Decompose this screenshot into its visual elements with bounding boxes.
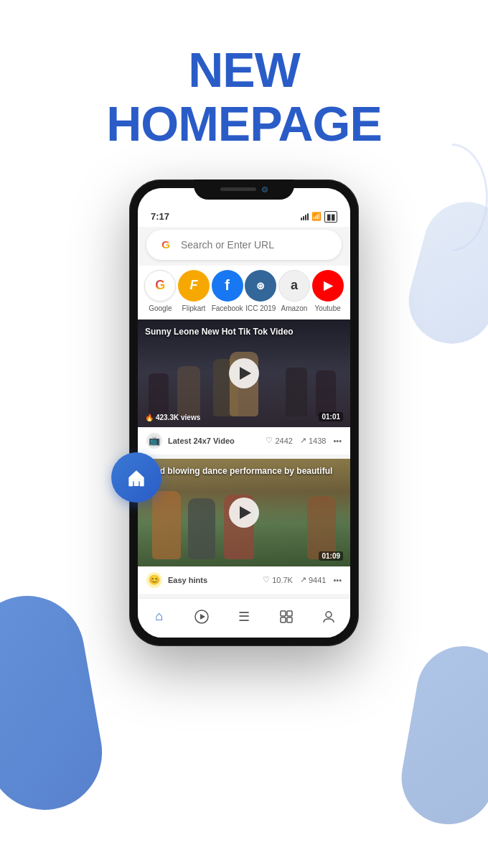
- fire-icon: 🔥: [145, 414, 154, 421]
- play-button-2[interactable]: [229, 498, 259, 528]
- likes-count-1: 2442: [275, 437, 292, 445]
- nav-home[interactable]: ⌂: [149, 606, 170, 627]
- home-icon: [124, 465, 149, 490]
- bottom-nav: ⌂ ☰: [138, 598, 350, 638]
- video-duration-1: 01:01: [319, 412, 343, 421]
- nav-profile[interactable]: [318, 606, 339, 627]
- video-duration-2: 01:09: [319, 551, 343, 561]
- header-title: NEW HOMEPAGE: [14, 43, 474, 151]
- video-meta-2: 😊 Easy hints ♡ 10.7K ↗ 9441 •••: [138, 566, 350, 594]
- video-meta-1: 📺 Latest 24x7 Video ♡ 2442 ↗ 1438 •••: [138, 427, 350, 454]
- profile-icon: [322, 610, 336, 624]
- shortcut-google[interactable]: G Google: [144, 270, 176, 312]
- nav-play[interactable]: [191, 606, 212, 627]
- grid-icon: [280, 610, 293, 623]
- phone-notch: [194, 179, 294, 200]
- status-icons: 📶 ▮▮: [301, 211, 337, 223]
- likes-count-2: 10.7K: [272, 576, 293, 584]
- shortcut-amazon[interactable]: a Amazon: [278, 270, 310, 312]
- amazon-label: Amazon: [281, 304, 308, 312]
- battery-icon: ▮▮: [324, 211, 337, 223]
- icc2019-label: ICC 2019: [245, 304, 276, 312]
- flipkart-icon: F: [178, 270, 210, 302]
- svg-point-7: [326, 612, 332, 617]
- meta-actions-1: ♡ 2442 ↗ 1438 •••: [266, 436, 342, 445]
- notch-camera: [262, 187, 268, 192]
- phone-screen: 7:17 📶 ▮▮ G Search or Enter U: [138, 188, 350, 638]
- shortcut-icc2019[interactable]: ⊛ ICC 2019: [245, 270, 276, 312]
- shortcut-flipkart[interactable]: F Flipkart: [178, 270, 210, 312]
- meta-actions-2: ♡ 10.7K ↗ 9441 •••: [263, 575, 342, 584]
- video-thumbnail-2: Mind blowing dance performance by beauti…: [138, 459, 350, 566]
- notch-speaker: [220, 187, 256, 191]
- shortcut-youtube[interactable]: ▶ Youtube: [312, 270, 344, 312]
- svg-rect-0: [134, 481, 139, 486]
- shares-1[interactable]: ↗ 1438: [300, 436, 326, 445]
- video-title-2: Mind blowing dance performance by beauti…: [145, 466, 343, 476]
- video-card-2[interactable]: Mind blowing dance performance by beauti…: [138, 459, 350, 594]
- more-icon-2: •••: [333, 576, 342, 584]
- heart-icon-1: ♡: [266, 436, 273, 445]
- wifi-icon: 📶: [311, 212, 322, 221]
- status-time: 7:17: [151, 211, 169, 222]
- play-circle-icon: [194, 610, 209, 624]
- signal-bars: [301, 213, 309, 220]
- play-triangle-1: [240, 367, 251, 380]
- google-icon: G: [144, 270, 176, 302]
- shares-count-2: 9441: [309, 576, 326, 584]
- youtube-label: Youtube: [314, 304, 340, 312]
- facebook-label: Facebook: [212, 304, 243, 312]
- search-bar[interactable]: G Search or Enter URL: [146, 230, 342, 260]
- heart-icon-2: ♡: [263, 575, 270, 584]
- svg-marker-2: [200, 614, 205, 620]
- video-title-1: Sunny Leone New Hot Tik Tok Video: [145, 327, 343, 337]
- svg-rect-3: [281, 611, 286, 616]
- nav-menu[interactable]: ☰: [233, 606, 255, 627]
- shares-2[interactable]: ↗ 9441: [300, 575, 326, 584]
- video-views-1: 🔥 423.3K views: [145, 414, 200, 421]
- play-button-1[interactable]: [229, 358, 259, 388]
- shares-count-1: 1438: [309, 437, 326, 445]
- channel-name-1: Latest 24x7 Video: [168, 437, 260, 445]
- phone-wrapper: 7:17 📶 ▮▮ G Search or Enter U: [0, 179, 488, 689]
- shortcut-facebook[interactable]: f Facebook: [212, 270, 243, 312]
- shortcuts-row: G Google F Flipkart f Facebook: [138, 266, 350, 319]
- channel-icon-1: 📺: [146, 433, 162, 449]
- google-label: Google: [149, 304, 172, 312]
- share-icon-1: ↗: [300, 436, 306, 445]
- youtube-icon: ▶: [312, 270, 344, 302]
- flipkart-label: Flipkart: [182, 304, 206, 312]
- likes-1[interactable]: ♡ 2442: [266, 436, 292, 445]
- header-line1: NEW: [14, 43, 474, 97]
- header-line2: HOMEPAGE: [14, 97, 474, 151]
- svg-rect-4: [287, 611, 292, 616]
- icc2019-icon: ⊛: [245, 270, 276, 302]
- google-g-icon: G: [158, 237, 174, 253]
- channel-icon-2: 😊: [146, 572, 162, 588]
- svg-rect-5: [281, 617, 286, 622]
- search-placeholder: Search or Enter URL: [181, 239, 330, 251]
- video-card-1[interactable]: Sunny Leone New Hot Tik Tok Video 🔥 423.…: [138, 319, 350, 454]
- more-options-2[interactable]: •••: [333, 576, 342, 584]
- header-section: NEW HOMEPAGE: [0, 0, 488, 179]
- video-thumbnail-1: Sunny Leone New Hot Tik Tok Video 🔥 423.…: [138, 319, 350, 427]
- nav-grid[interactable]: [276, 606, 297, 627]
- amazon-icon: a: [278, 270, 310, 302]
- channel-name-2: Easy hints: [168, 576, 257, 584]
- more-options-1[interactable]: •••: [333, 437, 342, 445]
- facebook-icon: f: [212, 270, 243, 302]
- more-icon-1: •••: [333, 437, 342, 445]
- home-button-overlay[interactable]: [111, 452, 161, 503]
- views-count-1: 423.3K views: [156, 414, 200, 421]
- svg-rect-6: [287, 617, 292, 622]
- phone-frame: 7:17 📶 ▮▮ G Search or Enter U: [129, 179, 359, 646]
- likes-2[interactable]: ♡ 10.7K: [263, 575, 293, 584]
- play-triangle-2: [240, 506, 251, 519]
- share-icon-2: ↗: [300, 575, 306, 584]
